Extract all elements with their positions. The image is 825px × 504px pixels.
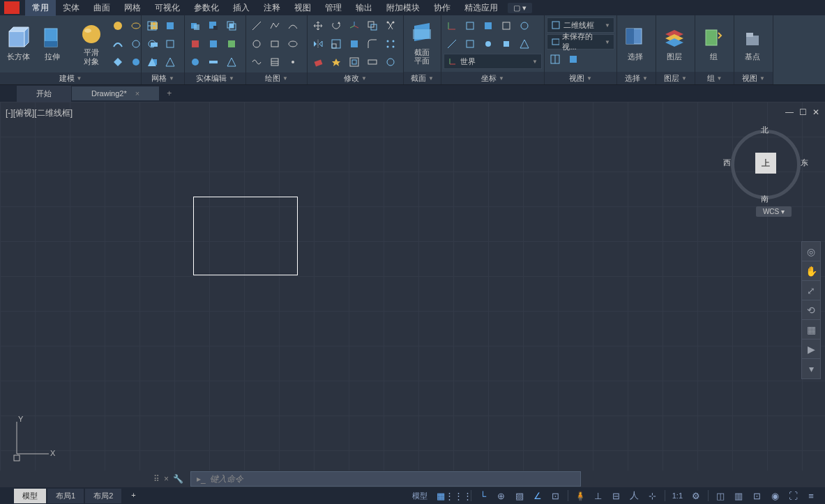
circle-button[interactable] — [248, 36, 265, 52]
doctab-drawing2[interactable]: Drawing2*× — [72, 86, 159, 100]
ucs-tool-10[interactable] — [516, 36, 533, 52]
status-ducs-button[interactable]: 🧍 — [572, 489, 589, 503]
line-button[interactable] — [248, 17, 265, 34]
box-button[interactable]: 长方体 — [2, 17, 34, 70]
nav-zoom-button[interactable]: ⤢ — [802, 281, 820, 300]
close-tab-icon[interactable]: × — [135, 89, 139, 98]
ucs-tool-2[interactable] — [462, 17, 478, 34]
solid-edit-6[interactable] — [223, 36, 240, 52]
viewport-close-icon[interactable]: ✕ — [812, 107, 819, 117]
panel-title-draw[interactable]: 绘图▼ — [246, 72, 307, 84]
offset-button[interactable] — [346, 54, 363, 70]
nav-expand-button[interactable]: ▾ — [802, 359, 820, 379]
status-3dosnap-button[interactable]: 人 — [626, 489, 643, 503]
menu-tab-11[interactable]: 附加模块 — [379, 0, 427, 16]
doctab-start[interactable]: 开始 — [17, 86, 71, 102]
panel-title-viewbase[interactable]: 视图▼ — [734, 72, 773, 84]
menu-tab-3[interactable]: 网格 — [117, 0, 148, 16]
mesh-tool-2[interactable] — [162, 17, 179, 34]
solid-edit-4[interactable] — [187, 36, 204, 52]
nav-pan-button[interactable]: ✋ — [802, 261, 820, 281]
menu-tab-8[interactable]: 视图 — [287, 0, 318, 16]
solid-edit-9[interactable] — [223, 54, 240, 70]
status-dyn-button[interactable]: ⊥ — [590, 489, 607, 503]
arc-button[interactable] — [285, 17, 301, 34]
smooth-object-button[interactable]: 平滑对象 — [75, 17, 107, 70]
viewport-label[interactable]: [-][俯视][二维线框] — [6, 107, 73, 119]
ucs-tool-5[interactable] — [516, 17, 533, 34]
cmd-customize-icon[interactable]: 🔧 — [173, 474, 183, 484]
status-customize-button[interactable]: ≡ — [803, 489, 819, 503]
panel-title-modeling[interactable]: 建模▼ — [0, 72, 141, 84]
menu-tab-12[interactable]: 协作 — [427, 0, 457, 16]
command-input[interactable]: ▸_ 键入命令 — [190, 471, 581, 487]
3dmove-button[interactable] — [346, 17, 363, 34]
status-gear-button[interactable]: ⚙ — [688, 489, 704, 503]
ucs-tool-8[interactable] — [480, 36, 497, 52]
menu-tab-2[interactable]: 曲面 — [86, 0, 117, 16]
panel-title-modify[interactable]: 修改▼ — [308, 72, 403, 84]
status-hwaccel-button[interactable]: ◉ — [766, 489, 783, 503]
cmd-handle-icon[interactable]: ⠿ — [153, 474, 160, 484]
featured-apps-dropdown[interactable]: ▢ ▾ — [508, 3, 532, 13]
nav-wheel-button[interactable]: ◎ — [802, 242, 820, 261]
select-button[interactable]: 选择 — [619, 17, 651, 70]
ucs-tool-4[interactable] — [498, 17, 515, 34]
presspull-button[interactable] — [109, 54, 126, 70]
drawing-canvas[interactable]: [-][俯视][二维线框] — ☐ ✕ 上 北 南 西 东 WCS ▾ ◎ ✋ … — [0, 102, 825, 471]
viewcube-top[interactable]: 上 — [755, 153, 776, 174]
status-model[interactable]: 模型 — [409, 489, 431, 503]
copy-button[interactable] — [364, 17, 381, 34]
polyline-button[interactable] — [266, 17, 283, 34]
menu-tab-1[interactable]: 实体 — [56, 0, 86, 16]
layers-button[interactable]: 图层 — [658, 17, 690, 70]
group-button[interactable]: 组 — [697, 17, 729, 70]
solid-edit-5[interactable] — [205, 36, 222, 52]
rotate-button[interactable] — [328, 17, 345, 34]
move-button[interactable] — [310, 17, 326, 34]
ucs-tool-3[interactable] — [480, 17, 497, 34]
viewport-maximize-icon[interactable]: ☐ — [799, 107, 807, 117]
panel-title-coords[interactable]: 坐标▼ — [441, 72, 544, 84]
status-iso-button[interactable]: ▨ — [511, 489, 528, 503]
panel-title-solid-edit[interactable]: 实体编辑▼ — [185, 72, 245, 84]
status-units-button[interactable]: ◫ — [712, 489, 729, 503]
panel-title-layers[interactable]: 图层▼ — [656, 72, 695, 84]
point-button[interactable] — [285, 54, 301, 70]
mesh-tool-1[interactable] — [144, 17, 160, 34]
status-isolate-button[interactable]: ⊡ — [748, 489, 765, 503]
ellipse-button[interactable] — [285, 36, 301, 52]
status-lwt-button[interactable]: ⊟ — [608, 489, 625, 503]
array-button[interactable] — [382, 36, 399, 52]
scale-button[interactable] — [328, 36, 345, 52]
solid-edit-8[interactable] — [205, 54, 222, 70]
rectangle-button[interactable] — [266, 36, 283, 52]
visual-style-dropdown[interactable]: 二维线框 ▼ — [547, 17, 614, 33]
menu-tab-0[interactable]: 常用 — [25, 0, 56, 16]
menu-tab-4[interactable]: 可视化 — [148, 0, 187, 16]
status-fullscreen-button[interactable]: ⛶ — [785, 489, 801, 503]
status-osnap-button[interactable]: ∠ — [529, 489, 546, 503]
3dalign-button[interactable] — [346, 36, 363, 52]
status-qp-button[interactable]: ▥ — [730, 489, 747, 503]
menu-tab-6[interactable]: 插入 — [226, 0, 257, 16]
mesh-tool-6[interactable] — [162, 54, 179, 70]
explode-button[interactable] — [328, 54, 345, 70]
app-icon[interactable] — [4, 1, 20, 14]
status-ortho-button[interactable]: └ — [475, 489, 492, 503]
mesh-tool-3[interactable] — [144, 36, 160, 52]
trim-button[interactable] — [382, 17, 399, 34]
menu-tab-7[interactable]: 注释 — [257, 0, 287, 16]
hatch-button[interactable] — [266, 54, 283, 70]
panel-title-group[interactable]: 组▼ — [695, 72, 734, 84]
ucs-tool-6[interactable] — [444, 36, 460, 52]
spline-button[interactable] — [248, 54, 265, 70]
base-button[interactable]: 基点 — [736, 17, 769, 70]
fillet-button[interactable] — [364, 36, 381, 52]
mirror-button[interactable] — [310, 36, 326, 52]
union-button[interactable] — [187, 17, 204, 34]
menu-tab-5[interactable]: 参数化 — [187, 0, 226, 16]
intersect-button[interactable] — [223, 17, 240, 34]
solid-edit-7[interactable] — [187, 54, 204, 70]
layout-add-button[interactable]: + — [123, 489, 144, 503]
